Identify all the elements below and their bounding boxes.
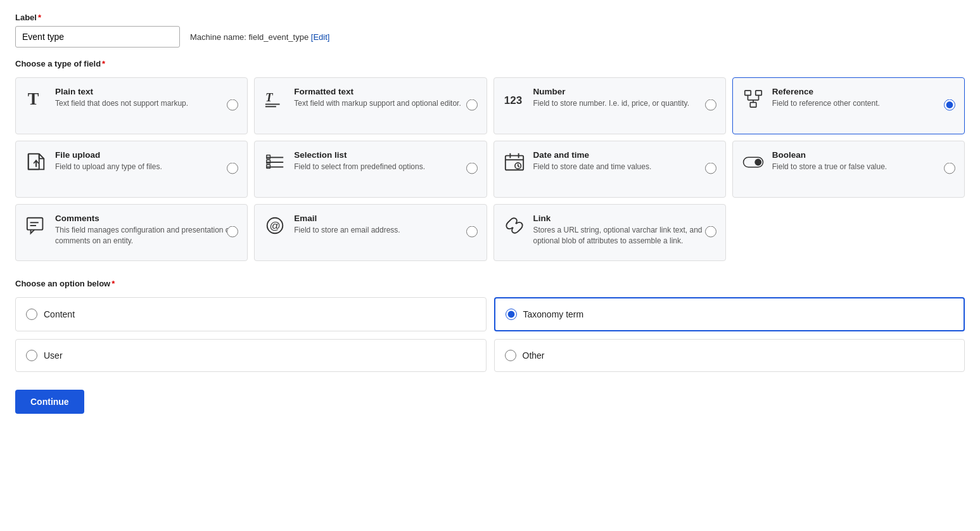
file-upload-desc: Field to upload any type of files. — [55, 162, 238, 172]
svg-text:T: T — [28, 89, 39, 108]
user-radio[interactable] — [26, 350, 37, 361]
svg-text:123: 123 — [504, 94, 521, 106]
formatted-text-desc: Text field with markup support and optio… — [294, 98, 477, 109]
field-card-number[interactable]: 123 Number Field to store number. I.e. i… — [493, 77, 726, 134]
email-radio[interactable] — [466, 226, 478, 238]
svg-point-29 — [754, 159, 761, 166]
other-radio[interactable] — [505, 350, 516, 361]
email-icon: @ — [264, 215, 286, 236]
plain-text-icon: T — [25, 88, 48, 110]
plain-text-desc: Text field that does not support markup. — [55, 98, 238, 109]
comments-radio-wrap[interactable] — [227, 226, 238, 240]
date-time-info: Date and time Field to store date and ti… — [533, 150, 716, 172]
number-info: Number Field to store number. I.e. id, p… — [533, 87, 716, 109]
link-icon — [503, 215, 526, 236]
plain-text-radio-wrap[interactable] — [227, 99, 238, 113]
field-card-email[interactable]: @ Email Field to store an email address. — [254, 204, 487, 261]
options-title-text: Choose an option below — [15, 279, 110, 288]
field-type-grid: T Plain text Text field that does not su… — [15, 77, 965, 261]
option-card-taxonomy-term[interactable]: Taxonomy term — [494, 297, 965, 331]
field-type-heading: Choose a type of field * — [15, 59, 965, 68]
selection-list-radio[interactable] — [466, 163, 478, 174]
selection-list-name: Selection list — [294, 150, 477, 160]
date-time-radio-wrap[interactable] — [705, 163, 716, 176]
link-radio-wrap[interactable] — [705, 226, 716, 240]
svg-rect-7 — [750, 103, 756, 108]
label-text: Label — [15, 13, 37, 22]
reference-radio-wrap[interactable] — [944, 99, 955, 113]
number-radio[interactable] — [705, 99, 716, 111]
number-radio-wrap[interactable] — [705, 99, 716, 113]
continue-button[interactable]: Continue — [15, 390, 84, 414]
taxonomy-term-radio[interactable] — [506, 309, 517, 320]
field-card-formatted-text[interactable]: T Formatted text Text field with markup … — [254, 77, 487, 134]
selection-list-desc: Field to select from predefined options. — [294, 162, 477, 172]
machine-name-text: Machine name: field_event_type — [190, 32, 309, 42]
email-info: Email Field to store an email address. — [294, 214, 477, 236]
boolean-desc: Field to store a true or false value. — [772, 162, 955, 172]
field-card-date-time[interactable]: Date and time Field to store date and ti… — [493, 141, 726, 198]
boolean-radio[interactable] — [944, 163, 955, 174]
label-heading: Label * — [15, 13, 965, 22]
option-card-other[interactable]: Other — [494, 339, 965, 372]
taxonomy-term-label: Taxonomy term — [523, 309, 584, 319]
options-required-star: * — [111, 279, 115, 288]
svg-text:T: T — [265, 91, 274, 104]
file-upload-radio[interactable] — [227, 163, 238, 174]
reference-icon — [742, 88, 765, 110]
svg-rect-5 — [745, 91, 751, 96]
reference-name: Reference — [772, 87, 955, 96]
email-radio-wrap[interactable] — [466, 226, 478, 240]
field-card-selection-list[interactable]: Selection list Field to select from pred… — [254, 141, 487, 198]
svg-rect-6 — [756, 91, 761, 96]
formatted-text-icon: T — [264, 88, 286, 110]
plain-text-info: Plain text Text field that does not supp… — [55, 87, 238, 109]
formatted-text-radio-wrap[interactable] — [466, 99, 478, 113]
file-upload-radio-wrap[interactable] — [227, 163, 238, 176]
boolean-info: Boolean Field to store a true or false v… — [772, 150, 955, 172]
comments-radio[interactable] — [227, 226, 238, 238]
email-desc: Field to store an email address. — [294, 225, 477, 236]
selection-list-icon — [264, 151, 286, 173]
options-section: Choose an option below * Content Taxonom… — [15, 279, 965, 372]
user-label: User — [44, 350, 63, 361]
option-card-user[interactable]: User — [15, 339, 487, 372]
file-upload-info: File upload Field to upload any type of … — [55, 150, 238, 172]
plain-text-name: Plain text — [55, 87, 238, 96]
selection-list-info: Selection list Field to select from pred… — [294, 150, 477, 172]
options-heading: Choose an option below * — [15, 279, 965, 288]
formatted-text-info: Formatted text Text field with markup su… — [294, 87, 477, 109]
link-desc: Stores a URL string, optional varchar li… — [533, 225, 716, 246]
svg-text:@: @ — [270, 220, 281, 232]
number-icon: 123 — [503, 88, 526, 110]
comments-desc: This field manages configuration and pre… — [55, 225, 238, 246]
field-card-link[interactable]: Link Stores a URL string, optional varch… — [493, 204, 726, 261]
field-card-plain-text[interactable]: T Plain text Text field that does not su… — [15, 77, 248, 134]
field-card-file-upload[interactable]: File upload Field to upload any type of … — [15, 141, 248, 198]
link-info: Link Stores a URL string, optional varch… — [533, 214, 716, 246]
date-time-radio[interactable] — [705, 163, 716, 174]
boolean-radio-wrap[interactable] — [944, 163, 955, 176]
option-card-content[interactable]: Content — [15, 297, 487, 331]
file-upload-name: File upload — [55, 150, 238, 160]
link-radio[interactable] — [705, 226, 716, 238]
boolean-name: Boolean — [772, 150, 955, 160]
number-desc: Field to store number. I.e. id, price, o… — [533, 98, 716, 109]
selection-list-radio-wrap[interactable] — [466, 163, 478, 176]
field-card-boolean[interactable]: Boolean Field to store a true or false v… — [732, 141, 965, 198]
field-card-comments[interactable]: Comments This field manages configuratio… — [15, 204, 248, 261]
plain-text-radio[interactable] — [227, 99, 238, 111]
date-time-name: Date and time — [533, 150, 716, 160]
comments-info: Comments This field manages configuratio… — [55, 214, 238, 246]
reference-info: Reference Field to reference other conte… — [772, 87, 955, 109]
label-required-star: * — [38, 13, 41, 22]
edit-machine-name-link[interactable]: [Edit] — [311, 32, 330, 42]
content-radio[interactable] — [26, 309, 37, 320]
other-label: Other — [523, 350, 545, 361]
reference-radio[interactable] — [944, 99, 955, 111]
formatted-text-radio[interactable] — [466, 99, 478, 111]
label-input[interactable] — [15, 26, 180, 48]
field-card-reference[interactable]: Reference Field to reference other conte… — [732, 77, 965, 134]
email-name: Email — [294, 214, 477, 223]
field-type-section: Choose a type of field * T Plain text Te… — [15, 59, 965, 261]
